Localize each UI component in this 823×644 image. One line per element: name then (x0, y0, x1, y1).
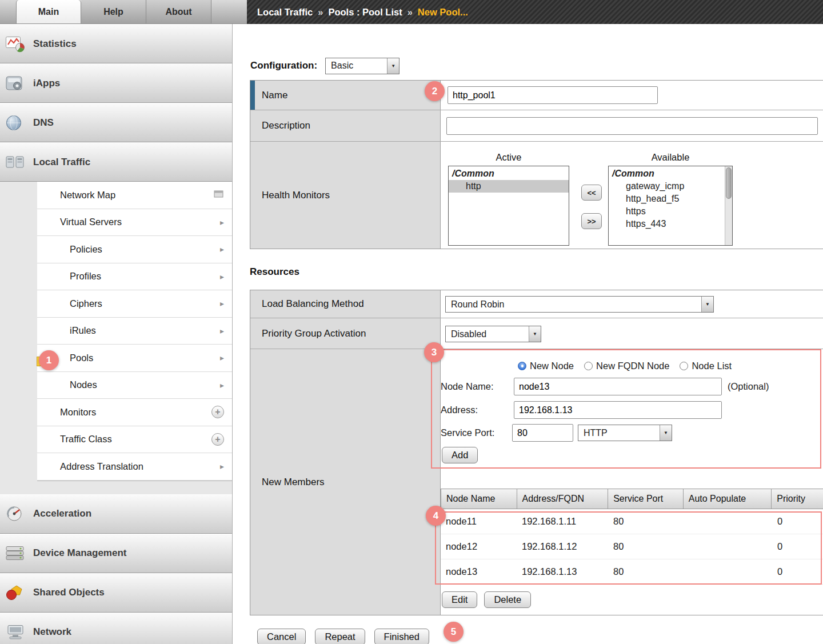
chevron-right-icon: ▸ (220, 272, 224, 281)
sidebar-item-shared-objects[interactable]: Shared Objects (0, 573, 232, 613)
sidebar-item-label: Address Translation (60, 461, 220, 472)
sidebar-item-device-management[interactable]: Device Management (0, 534, 232, 573)
column-header-node-name: Node Name (441, 489, 517, 509)
repeat-button[interactable]: Repeat (315, 629, 365, 644)
sidebar-item-irules[interactable]: iRules ▸ (37, 318, 232, 345)
address-label: Address: (441, 405, 514, 415)
column-header-auto-populate: Auto Populate (684, 489, 772, 509)
tab-about[interactable]: About (146, 0, 211, 23)
column-header-address: Address/FQDN (517, 489, 609, 509)
scrollbar-track[interactable] (725, 166, 732, 245)
sidebar-item-label: Statistics (33, 38, 77, 50)
plus-circle-icon[interactable]: + (211, 433, 224, 446)
sidebar-item-local-traffic[interactable]: Local Traffic (0, 142, 232, 182)
network-map-icon (214, 190, 224, 201)
chevron-right-icon: ▸ (220, 326, 224, 335)
chevron-right-icon: ▸ (220, 299, 224, 308)
breadcrumb-section[interactable]: Local Traffic (257, 7, 313, 18)
sidebar-item-traffic-class[interactable]: Traffic Class + (37, 426, 232, 454)
add-button[interactable]: Add (442, 447, 478, 463)
annotation-step-3: 3 (424, 342, 444, 362)
iapps-icon (5, 75, 26, 92)
sidebar-item-label: Network Map (60, 190, 214, 201)
dropdown-arrow-icon: ▼ (660, 425, 672, 441)
sidebar-item-nodes[interactable]: Nodes ▸ (37, 372, 232, 399)
sidebar-item-virtual-servers[interactable]: Virtual Servers ▸ (37, 209, 232, 237)
name-input[interactable] (448, 86, 658, 104)
scrollbar-thumb[interactable] (726, 167, 732, 199)
active-monitors-listbox[interactable]: /Common http (448, 166, 569, 246)
member-row[interactable]: node13 192.168.1.13 80 0 (441, 559, 823, 585)
move-to-available-button[interactable]: >> (581, 213, 602, 229)
member-row[interactable]: node11 192.168.1.11 80 0 (441, 509, 823, 534)
radio-icon (680, 362, 688, 370)
member-port: 80 (608, 559, 684, 584)
dropdown-arrow-icon: ▼ (387, 58, 399, 74)
available-monitor-item[interactable]: gateway_icmp (609, 180, 725, 193)
sidebar-item-label: Traffic Class (60, 434, 211, 445)
local-traffic-icon (5, 154, 26, 171)
sidebar-item-network[interactable]: Network (0, 613, 232, 644)
available-monitor-item[interactable]: https (609, 205, 725, 218)
sidebar-item-network-map[interactable]: Network Map (37, 182, 232, 209)
sidebar-item-label: Pools (70, 353, 220, 363)
local-traffic-submenu: Network Map Virtual Servers ▸ Policies ▸… (37, 182, 232, 481)
edit-button[interactable]: Edit (442, 591, 477, 608)
general-properties-table: Name Description Health Monitors Active … (250, 80, 823, 249)
sidebar-item-ciphers[interactable]: Ciphers ▸ (37, 290, 232, 318)
sidebar-item-policies[interactable]: Policies ▸ (37, 236, 232, 263)
description-input[interactable] (446, 117, 818, 135)
service-port-input[interactable] (512, 424, 573, 442)
service-type-select[interactable]: HTTP ▼ (578, 425, 672, 441)
address-input[interactable] (514, 401, 722, 419)
breadcrumb-separator-icon: » (407, 7, 413, 18)
sidebar-item-label: Monitors (60, 407, 211, 418)
sidebar-item-pools[interactable]: Pools ▸ (37, 345, 232, 372)
move-to-active-button[interactable]: << (581, 185, 602, 201)
resources-table: Load Balancing Method Round Robin ▼ Prio… (250, 290, 823, 615)
available-monitor-item[interactable]: https_443 (609, 218, 725, 230)
delete-button[interactable]: Delete (484, 591, 531, 608)
cancel-button[interactable]: Cancel (257, 629, 306, 644)
active-monitor-item[interactable]: http (449, 180, 569, 193)
priority-group-label: Priority Group Activation (262, 328, 366, 339)
health-monitors-label: Health Monitors (262, 190, 330, 201)
finished-button[interactable]: Finished (374, 629, 429, 644)
statistics-icon (5, 35, 26, 53)
sidebar-item-label: Policies (70, 244, 220, 255)
radio-node-list[interactable]: Node List (680, 361, 732, 371)
tab-help[interactable]: Help (81, 0, 146, 23)
sidebar-item-label: Device Management (33, 547, 126, 559)
available-monitor-item[interactable]: http_head_f5 (609, 193, 725, 205)
member-address: 192.168.1.13 (517, 559, 608, 584)
annotation-step-1: 1 (39, 350, 59, 370)
plus-circle-icon[interactable]: + (211, 406, 224, 418)
tab-main[interactable]: Main (16, 0, 81, 23)
sidebar-item-monitors[interactable]: Monitors + (37, 399, 232, 426)
breadcrumb-page[interactable]: Pools : Pool List (328, 7, 402, 18)
node-name-field-row: Node Name: (Optional) (441, 378, 769, 395)
member-priority: 0 (772, 559, 823, 584)
available-monitors-listbox[interactable]: /Common gateway_icmp http_head_f5 https … (608, 166, 733, 246)
name-row: Name (250, 81, 823, 110)
breadcrumb-current: New Pool... (418, 7, 468, 18)
configuration-select[interactable]: Basic ▼ (325, 58, 399, 74)
priority-group-select[interactable]: Disabled ▼ (445, 326, 541, 342)
sidebar-item-address-translation[interactable]: Address Translation ▸ (37, 453, 232, 481)
sidebar-item-acceleration[interactable]: Acceleration (0, 494, 232, 534)
load-balancing-select[interactable]: Round Robin ▼ (445, 296, 714, 313)
name-label: Name (262, 90, 287, 101)
load-balancing-label: Load Balancing Method (262, 298, 364, 310)
main-content: Configuration: Basic ▼ Name Description (233, 24, 823, 644)
sidebar-item-iapps[interactable]: iApps (0, 63, 232, 103)
radio-new-fqdn-node[interactable]: New FQDN Node (584, 361, 669, 371)
node-name-input[interactable] (514, 378, 722, 395)
new-members-table: Node Name Address/FQDN Service Port Auto… (441, 489, 823, 585)
sidebar-item-dns[interactable]: DNS (0, 103, 232, 142)
member-row[interactable]: node12 192.168.1.12 80 0 (441, 534, 823, 559)
active-column-header: Active (448, 152, 569, 163)
sidebar-item-profiles[interactable]: Profiles ▸ (37, 263, 232, 291)
radio-new-node[interactable]: New Node (518, 361, 574, 371)
chevron-right-icon: ▸ (220, 462, 224, 471)
sidebar-item-statistics[interactable]: Statistics (0, 24, 232, 63)
